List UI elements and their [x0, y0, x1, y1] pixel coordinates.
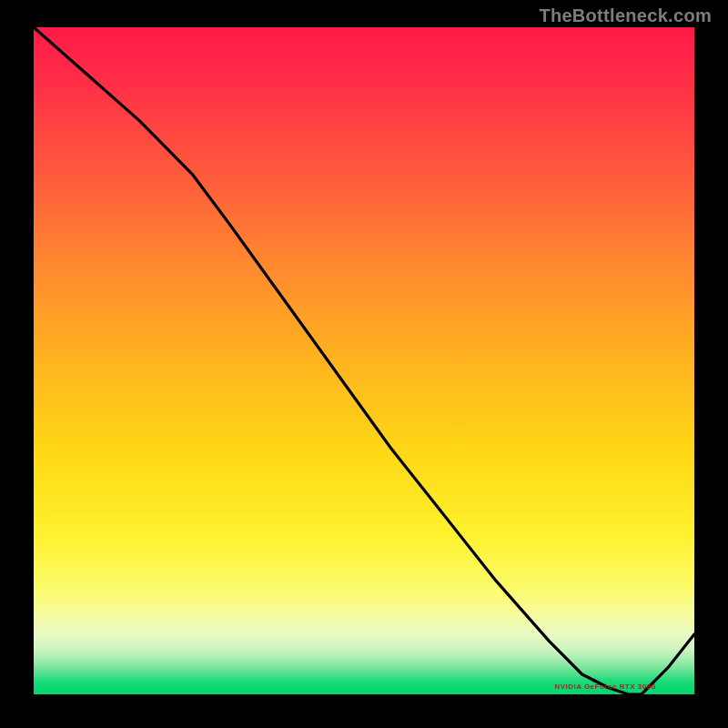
gpu-annotation: NVIDIA GeForce RTX 3080	[554, 682, 655, 691]
chart-frame: TheBottleneck.com NVIDIA GeForce RTX 308…	[0, 0, 728, 728]
plot-area	[34, 27, 694, 694]
watermark-text: TheBottleneck.com	[539, 5, 712, 26]
